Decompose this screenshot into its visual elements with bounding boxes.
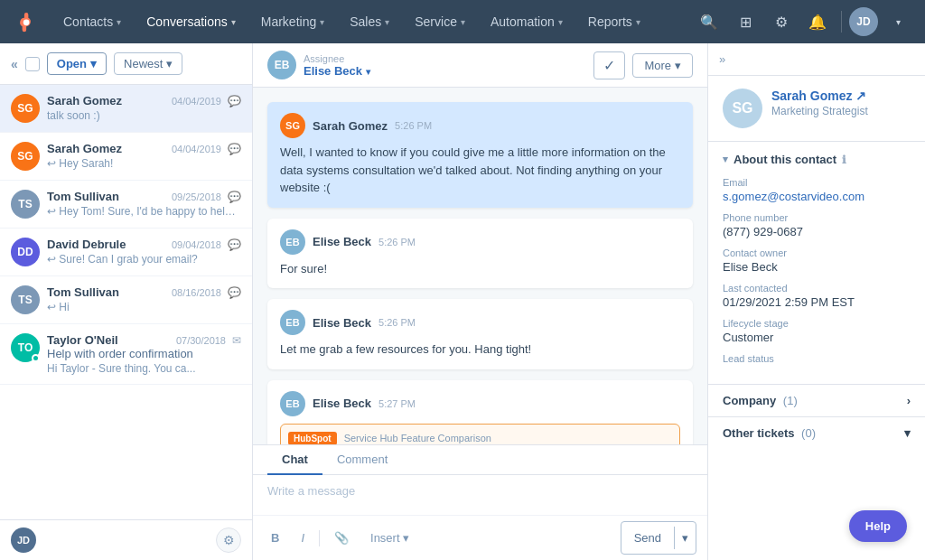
hubspot-logo[interactable] [11, 7, 40, 36]
conversation-preview: talk soon :) [47, 109, 241, 122]
conversation-item[interactable]: DDDavid Debrule09/04/2018💬Sure! Can I gr… [0, 229, 252, 276]
conversation-avatar: DD [11, 238, 40, 266]
field-value: 01/29/2021 2:59 PM EST [723, 295, 911, 309]
apps-button[interactable]: ⊞ [729, 5, 761, 38]
nav-service[interactable]: Service ▾ [402, 0, 478, 43]
bold-button[interactable]: B [264, 527, 286, 548]
conversation-date: 08/16/2018 [172, 287, 221, 298]
conversation-date: 07/30/2018 [176, 335, 226, 346]
contact-field: Contact ownerElise Beck [723, 247, 911, 274]
settings-gear-button[interactable]: ⚙ [216, 527, 241, 553]
message-avatar: SG [280, 113, 305, 138]
conversations-sidebar: « Open ▾ Newest ▾ SGSarah Gomez04/04/201… [0, 43, 253, 560]
top-navigation: Contacts ▾ Conversations ▾ Marketing ▾ S… [0, 0, 925, 43]
contact-field: Emails.gomez@costarvideo.com [723, 177, 911, 203]
field-value[interactable]: s.gomez@costarvideo.com [723, 190, 911, 203]
search-button[interactable]: 🔍 [693, 5, 725, 38]
message-toolbar: B I 📎 Insert ▾ Send ▾ [253, 515, 707, 560]
notifications-button[interactable]: 🔔 [801, 5, 834, 38]
sidebar-header: « Open ▾ Newest ▾ [0, 43, 252, 85]
field-label: Email [723, 177, 911, 188]
tab-chat[interactable]: Chat [267, 445, 322, 475]
chevron-down-icon: ▾ [366, 67, 370, 77]
insert-button[interactable]: Insert ▾ [363, 527, 416, 548]
contact-avatar: SG [723, 89, 762, 128]
message-bubble: EBElise Beck5:26 PMFor sure! [267, 219, 693, 289]
italic-button[interactable]: I [294, 527, 312, 548]
field-value: Customer [723, 331, 911, 344]
card-subtitle: Service Hub Feature Comparison [344, 433, 491, 443]
chevron-down-icon: ▾ [320, 17, 324, 27]
chevron-down-icon: ▾ [675, 527, 696, 549]
conversation-item[interactable]: TSTom Sullivan09/25/2018💬Hey Tom! Sure, … [0, 181, 252, 229]
chat-icon: 💬 [228, 286, 241, 299]
conversation-item[interactable]: SGSarah Gomez04/04/2019💬Hey Sarah! [0, 133, 252, 181]
nav-reports[interactable]: Reports ▾ [575, 0, 653, 43]
contact-name-link[interactable]: Sarah Gomez ↗ [771, 89, 868, 103]
nav-sales[interactable]: Sales ▾ [337, 0, 402, 43]
conversation-date: 09/25/2018 [172, 191, 221, 202]
open-filter-button[interactable]: Open ▾ [47, 52, 107, 75]
nav-marketing[interactable]: Marketing ▾ [248, 0, 337, 43]
conversation-item[interactable]: SGSarah Gomez04/04/2019💬talk soon :) [0, 85, 252, 133]
nav-automation[interactable]: Automation ▾ [478, 0, 575, 43]
chevron-left-icon[interactable]: » [719, 52, 725, 66]
settings-button[interactable]: ⚙ [765, 5, 798, 38]
message-author: Sarah Gomez [313, 119, 388, 133]
field-label: Contact owner [723, 247, 911, 258]
message-avatar: EB [280, 391, 305, 416]
online-indicator [32, 354, 40, 362]
newest-sort-button[interactable]: Newest ▾ [114, 52, 182, 75]
message-author: Elise Beck [313, 235, 371, 248]
chat-icon: 💬 [228, 191, 241, 203]
contact-card: SG Sarah Gomez ↗ Marketing Strategist [708, 76, 925, 142]
chat-icon: 💬 [228, 95, 241, 107]
select-all-checkbox[interactable] [25, 57, 40, 71]
conversation-date: 04/04/2019 [172, 96, 221, 107]
message-time: 5:27 PM [378, 398, 416, 409]
send-button[interactable]: Send ▾ [621, 521, 696, 555]
chevron-down-icon: ▾ [904, 426, 911, 440]
user-avatar[interactable]: JD [849, 7, 878, 36]
chevron-down-icon: ▾ [385, 17, 389, 27]
message-input[interactable]: Write a message [253, 475, 707, 515]
about-header[interactable]: ▾ About this contact ℹ [723, 153, 911, 166]
field-label: Lead status [723, 353, 911, 364]
assignee-name-link[interactable]: Elise Beck ▾ [304, 64, 370, 78]
message-text: For sure! [280, 260, 680, 278]
conversation-item[interactable]: TOTaylor O'Neil07/30/2018✉Help with orde… [0, 324, 252, 385]
nav-contacts[interactable]: Contacts ▾ [51, 0, 134, 43]
chevron-down-icon: ▾ [90, 57, 97, 70]
gear-icon: ⚙ [223, 533, 235, 547]
message-time: 5:26 PM [378, 317, 416, 328]
conversation-preview: Hi Taylor - Sure thing. You ca... [47, 362, 241, 375]
message-avatar: EB [280, 310, 305, 335]
chevron-icon: ▾ [723, 154, 728, 165]
hubspot-logo-badge: HubSpot [288, 432, 337, 445]
chat-area: EB Assignee Elise Beck ▾ ✓ More ▾ S [253, 43, 708, 560]
tab-comment[interactable]: Comment [322, 445, 402, 475]
hubspot-feature-card: HubSpot Service Hub Feature Comparison S… [280, 424, 680, 445]
company-section-button[interactable]: Company (1) › [708, 384, 925, 416]
current-user-avatar: JD [11, 527, 36, 553]
bold-icon: B [271, 531, 279, 545]
chevron-down-icon: ▾ [675, 59, 681, 72]
toolbar-divider [319, 530, 320, 546]
chevron-down-icon: ▾ [231, 17, 236, 27]
help-button[interactable]: Help [849, 510, 907, 542]
field-value: Elise Beck [723, 260, 911, 274]
message-time: 5:26 PM [395, 120, 432, 131]
conversation-name: Tom Sullivan [47, 190, 119, 203]
resolve-button[interactable]: ✓ [593, 51, 625, 79]
nav-conversations[interactable]: Conversations ▾ [134, 0, 248, 43]
collapse-icon[interactable]: « [11, 57, 18, 71]
conversation-avatar: SG [11, 142, 40, 171]
account-chevron[interactable]: ▾ [882, 5, 914, 38]
other-tickets-section-button[interactable]: Other tickets (0) ▾ [708, 416, 925, 449]
more-actions-button[interactable]: More ▾ [632, 53, 693, 78]
conversation-item[interactable]: TSTom Sullivan08/16/2018💬Hi [0, 276, 252, 324]
conversation-name: Taylor O'Neil [47, 333, 118, 347]
attach-button[interactable]: 📎 [327, 527, 356, 548]
chevron-down-icon: ▾ [558, 17, 563, 27]
conversation-date: 04/04/2019 [172, 144, 221, 154]
